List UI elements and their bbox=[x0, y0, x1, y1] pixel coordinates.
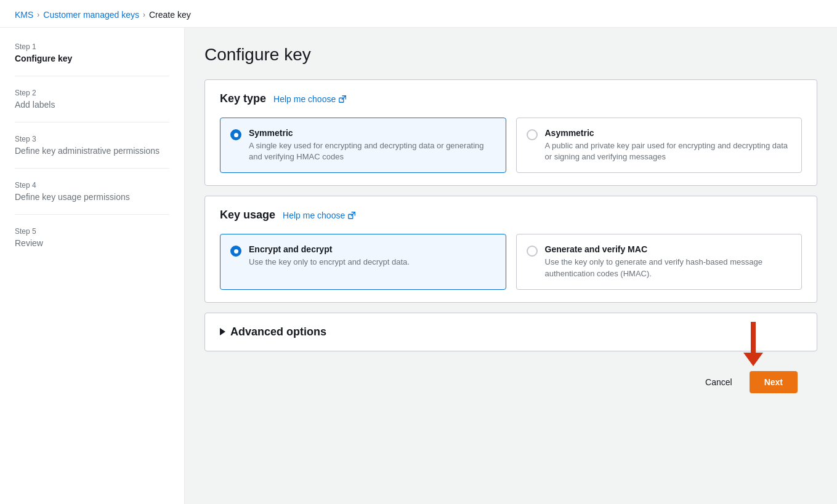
sidebar-step-5-label: Step 5 bbox=[15, 227, 169, 236]
advanced-options-section: Advanced options bbox=[204, 313, 817, 351]
advanced-options-header[interactable]: Advanced options bbox=[220, 326, 802, 338]
sidebar-step-4[interactable]: Step 4 Define key usage permissions bbox=[15, 181, 169, 215]
external-link-icon-2 bbox=[347, 211, 356, 220]
symmetric-desc: A single key used for encrypting and dec… bbox=[249, 140, 496, 162]
cancel-button[interactable]: Cancel bbox=[695, 372, 742, 392]
advanced-options-triangle-icon bbox=[220, 328, 225, 335]
content-area: Configure key Key type Help me choose bbox=[185, 28, 837, 504]
radio-generate-verify-mac bbox=[527, 246, 538, 257]
asymmetric-title: Asymmetric bbox=[545, 128, 792, 138]
key-usage-encrypt-decrypt[interactable]: Encrypt and decrypt Use the key only to … bbox=[220, 234, 506, 289]
sidebar-step-4-label: Step 4 bbox=[15, 181, 169, 190]
breadcrumb: KMS › Customer managed keys › Create key bbox=[0, 0, 837, 28]
generate-verify-mac-desc: Use the key only to generate and verify … bbox=[545, 257, 792, 279]
radio-encrypt-decrypt bbox=[230, 246, 241, 257]
arrow-shaft bbox=[751, 322, 756, 353]
breadcrumb-sep-1: › bbox=[37, 10, 39, 19]
key-usage-generate-verify-mac[interactable]: Generate and verify MAC Use the key only… bbox=[516, 234, 803, 289]
sidebar-step-3[interactable]: Step 3 Define key administrative permiss… bbox=[15, 135, 169, 169]
key-usage-options: Encrypt and decrypt Use the key only to … bbox=[220, 234, 802, 289]
external-link-icon bbox=[338, 95, 347, 103]
breadcrumb-create-key: Create key bbox=[149, 10, 191, 20]
breadcrumb-customer-managed-keys[interactable]: Customer managed keys bbox=[43, 10, 139, 20]
encrypt-decrypt-text: Encrypt and decrypt Use the key only to … bbox=[249, 244, 410, 268]
key-usage-help-link[interactable]: Help me choose bbox=[283, 210, 356, 220]
advanced-options-title: Advanced options bbox=[230, 326, 326, 338]
sidebar-step-1-label: Step 1 bbox=[15, 42, 169, 51]
symmetric-text: Symmetric A single key used for encrypti… bbox=[249, 128, 496, 162]
key-type-asymmetric[interactable]: Asymmetric A public and private key pair… bbox=[516, 118, 803, 173]
sidebar-step-3-label: Step 3 bbox=[15, 135, 169, 143]
sidebar-step-3-name: Define key administrative permissions bbox=[15, 146, 169, 156]
key-usage-section: Key usage Help me choose bbox=[204, 196, 817, 302]
footer: Cancel Next bbox=[204, 361, 817, 403]
sidebar-step-1-name: Configure key bbox=[15, 54, 169, 63]
key-type-title: Key type bbox=[220, 92, 266, 105]
next-button-arrow bbox=[743, 322, 763, 366]
arrow-head bbox=[743, 353, 763, 366]
radio-asymmetric bbox=[527, 129, 538, 140]
key-type-symmetric[interactable]: Symmetric A single key used for encrypti… bbox=[220, 118, 506, 173]
symmetric-title: Symmetric bbox=[249, 128, 496, 138]
breadcrumb-sep-2: › bbox=[143, 10, 145, 19]
radio-symmetric-inner bbox=[234, 133, 238, 137]
key-type-options: Symmetric A single key used for encrypti… bbox=[220, 118, 802, 173]
key-type-help-link[interactable]: Help me choose bbox=[273, 94, 347, 104]
key-usage-title: Key usage bbox=[220, 209, 275, 222]
sidebar-step-4-name: Define key usage permissions bbox=[15, 192, 169, 202]
sidebar-step-2[interactable]: Step 2 Add labels bbox=[15, 89, 169, 122]
asymmetric-text: Asymmetric A public and private key pair… bbox=[545, 128, 792, 162]
next-button[interactable]: Next bbox=[750, 371, 798, 393]
asymmetric-desc: A public and private key pair used for e… bbox=[545, 140, 792, 162]
sidebar: Step 1 Configure key Step 2 Add labels S… bbox=[0, 28, 185, 504]
sidebar-step-2-label: Step 2 bbox=[15, 89, 169, 97]
encrypt-decrypt-desc: Use the key only to encrypt and decrypt … bbox=[249, 257, 410, 268]
breadcrumb-kms[interactable]: KMS bbox=[15, 10, 33, 20]
key-type-section: Key type Help me choose bbox=[204, 79, 817, 186]
encrypt-decrypt-title: Encrypt and decrypt bbox=[249, 244, 410, 254]
sidebar-step-2-name: Add labels bbox=[15, 100, 169, 110]
radio-encrypt-decrypt-inner bbox=[234, 249, 238, 254]
sidebar-step-5[interactable]: Step 5 Review bbox=[15, 227, 169, 260]
page-title: Configure key bbox=[204, 45, 817, 65]
sidebar-step-1[interactable]: Step 1 Configure key bbox=[15, 42, 169, 76]
generate-verify-mac-title: Generate and verify MAC bbox=[545, 244, 792, 254]
generate-verify-mac-text: Generate and verify MAC Use the key only… bbox=[545, 244, 792, 279]
radio-symmetric bbox=[230, 129, 241, 140]
sidebar-step-5-name: Review bbox=[15, 238, 169, 248]
